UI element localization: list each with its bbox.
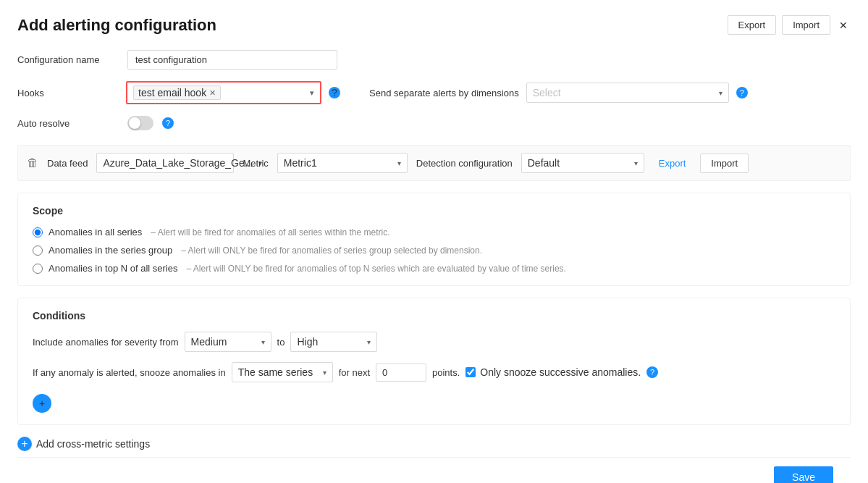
severity-to-label: to (277, 337, 285, 348)
scope-option-series-group: Anomalies in the series group – Alert wi… (33, 245, 835, 256)
auto-resolve-help-icon[interactable]: ? (162, 117, 174, 129)
add-condition-container: + (33, 394, 835, 413)
scope-option-top-n: Anomalies in top N of all series – Alert… (33, 263, 835, 274)
auto-resolve-row: Auto resolve ? (17, 116, 851, 130)
metric-arrow-icon: ▾ (397, 159, 401, 167)
add-condition-icon: + (39, 398, 45, 408)
snooze-help-icon[interactable]: ? (646, 366, 658, 378)
toggle-knob (129, 117, 140, 129)
hooks-select-inner: test email hook ✕ (133, 85, 310, 100)
metric-value: Metric1 (284, 157, 317, 169)
severity-row: Include anomalies for severity from Medi… (33, 332, 835, 352)
scope-label-all-series: Anomalies in all series (49, 227, 142, 238)
add-cross-metric-icon: + (17, 437, 32, 451)
snooze-for-next-label: for next (339, 367, 370, 378)
scope-radio-all-series[interactable] (33, 227, 43, 238)
detection-config-select[interactable]: Default ▾ (521, 153, 644, 173)
snooze-points-label: points. (432, 367, 460, 378)
config-name-input[interactable] (127, 50, 337, 70)
severity-label: Include anomalies for severity from (33, 337, 179, 348)
data-feed-select[interactable]: Azure_Data_Lake_Storage_Ge... ▾ (96, 153, 234, 173)
data-feed-label: Data feed (47, 158, 88, 169)
hooks-section: Hooks test email hook ✕ ▾ ? (17, 81, 340, 104)
page-container: Add alerting configuration Export Import… (0, 0, 868, 483)
severity-to-arrow-icon: ▾ (367, 338, 371, 346)
header-buttons: Export Import ✕ (728, 14, 851, 35)
hooks-help-icon[interactable]: ? (329, 87, 340, 98)
scope-label-series-group: Anomalies in the series group (49, 245, 172, 256)
only-snooze-label: Only snooze successive anomalies. (465, 366, 641, 378)
import-button[interactable]: Import (782, 15, 830, 35)
only-snooze-text: Only snooze successive anomalies. (480, 366, 641, 378)
hooks-label: Hooks (17, 88, 119, 98)
scope-radio-top-n[interactable] (33, 264, 43, 274)
send-separate-arrow-icon: ▾ (719, 89, 722, 97)
config-name-label: Configuration name (17, 54, 119, 65)
hook-tag: test email hook ✕ (133, 85, 221, 100)
severity-from-select[interactable]: Medium ▾ (185, 332, 271, 352)
severity-to-select[interactable]: High ▾ (290, 332, 377, 352)
save-button[interactable]: Save (774, 466, 833, 483)
close-button[interactable]: ✕ (836, 14, 851, 35)
detection-export-button[interactable]: Export (653, 154, 692, 172)
auto-resolve-toggle[interactable] (127, 116, 153, 130)
export-button[interactable]: Export (728, 15, 777, 35)
data-feed-value: Azure_Data_Lake_Storage_Ge... (103, 157, 253, 169)
hooks-send-row: Hooks test email hook ✕ ▾ ? Send separat… (17, 81, 851, 104)
snooze-label: If any anomaly is alerted, snooze anomal… (33, 367, 226, 378)
scope-radio-series-group[interactable] (33, 245, 43, 256)
scope-desc-top-n: – Alert will ONLY be fired for anomalies… (186, 264, 565, 274)
detection-config-label: Detection configuration (416, 158, 513, 169)
scope-desc-all-series: – Alert will be fired for anomalies of a… (151, 227, 389, 238)
detection-import-button[interactable]: Import (700, 154, 749, 173)
footer: Save (17, 457, 851, 483)
scope-option-all-series: Anomalies in all series – Alert will be … (33, 227, 835, 238)
conditions-section: Conditions Include anomalies for severit… (17, 298, 851, 425)
delete-feed-icon[interactable]: 🗑 (27, 156, 38, 169)
snooze-points-input[interactable] (376, 364, 426, 382)
hooks-help-text: ? (332, 87, 337, 98)
metric-label: Metric (243, 158, 268, 169)
send-separate-value: Select (533, 87, 561, 98)
snooze-row: If any anomaly is alerted, snooze anomal… (33, 362, 835, 382)
metric-select[interactable]: Metric1 ▾ (277, 153, 408, 173)
snooze-series-value: The same series (238, 366, 313, 378)
send-separate-label: Send separate alerts by dimensions (369, 88, 519, 98)
only-snooze-checkbox[interactable] (465, 367, 476, 377)
hooks-select[interactable]: test email hook ✕ ▾ (126, 81, 321, 104)
scope-desc-series-group: – Alert will ONLY be fired for anomalies… (181, 245, 482, 256)
hook-tag-label: test email hook (138, 87, 206, 98)
page-header: Add alerting configuration Export Import… (17, 14, 851, 35)
add-cross-metric-row[interactable]: + Add cross-metric settings (17, 437, 851, 451)
auto-resolve-label: Auto resolve (17, 118, 119, 129)
scope-title: Scope (33, 205, 835, 217)
add-condition-button[interactable]: + (33, 394, 51, 413)
hook-tag-close-icon[interactable]: ✕ (209, 88, 216, 98)
page-title: Add alerting configuration (17, 16, 216, 35)
close-icon: ✕ (839, 20, 848, 31)
data-feed-row: 🗑 Data feed Azure_Data_Lake_Storage_Ge..… (17, 145, 851, 181)
add-cross-metric-label: Add cross-metric settings (36, 438, 150, 450)
snooze-series-arrow-icon: ▾ (323, 369, 326, 377)
detection-arrow-icon: ▾ (634, 159, 638, 167)
send-separate-select[interactable]: Select ▾ (526, 83, 729, 103)
send-separate-section: Send separate alerts by dimensions Selec… (369, 83, 748, 103)
config-name-row: Configuration name (17, 50, 851, 70)
severity-to-value: High (297, 336, 318, 348)
severity-from-arrow-icon: ▾ (261, 338, 265, 346)
scope-label-top-n: Anomalies in top N of all series (49, 263, 177, 274)
detection-config-value: Default (528, 157, 560, 169)
scope-radio-group: Anomalies in all series – Alert will be … (33, 227, 835, 274)
send-separate-help-icon[interactable]: ? (736, 87, 748, 98)
conditions-title: Conditions (33, 310, 835, 322)
scope-section: Scope Anomalies in all series – Alert wi… (17, 193, 851, 286)
severity-from-value: Medium (191, 336, 227, 348)
snooze-series-select[interactable]: The same series ▾ (232, 362, 333, 382)
hooks-dropdown-arrow-icon: ▾ (310, 88, 314, 98)
